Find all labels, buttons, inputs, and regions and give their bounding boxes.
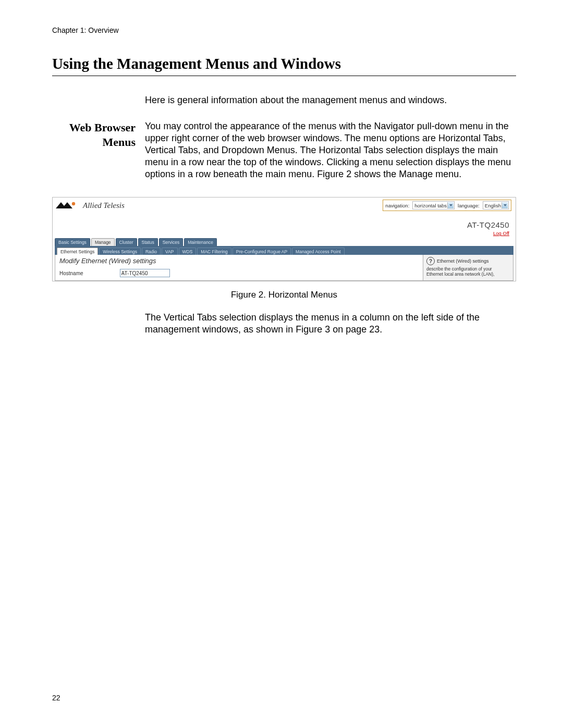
main-tab-services[interactable]: Services	[159, 238, 183, 246]
main-tab-basic-settings[interactable]: Basic Settings	[55, 238, 90, 246]
sub-tab-mac-filtering[interactable]: MAC Filtering	[197, 248, 231, 255]
subheading-line1: Web Browser	[52, 120, 136, 135]
main-tab-cluster[interactable]: Cluster	[116, 238, 137, 246]
body-paragraph-1: You may control the appearance of the me…	[145, 120, 516, 180]
section-title: Using the Management Menus and Windows	[52, 55, 516, 76]
chapter-header: Chapter 1: Overview	[52, 26, 516, 34]
sub-tab-managed-access-point[interactable]: Managed Access Point	[292, 248, 344, 255]
sub-tab-wireless-settings[interactable]: Wireless Settings	[99, 248, 141, 255]
device-model: AT-TQ2450	[53, 213, 516, 230]
sub-tab-vap[interactable]: VAP	[162, 248, 177, 255]
intro-text: Here is general information about the ma…	[145, 95, 516, 106]
main-tab-manage[interactable]: Manage	[91, 238, 115, 246]
page-number: 22	[52, 694, 60, 702]
logo-mark-icon	[56, 201, 78, 209]
logoff-link[interactable]: Log Off	[493, 230, 509, 236]
main-tab-status[interactable]: Status	[138, 238, 158, 246]
svg-point-2	[72, 202, 75, 205]
navigation-select[interactable]: horizontal tabs	[412, 201, 455, 209]
help-icon: ?	[426, 257, 435, 265]
navigation-label: navigation:	[385, 203, 409, 208]
language-select[interactable]: English	[483, 201, 509, 209]
figure-caption: Figure 2. Horizontal Menus	[52, 290, 516, 300]
sub-tab-wds[interactable]: WDS	[179, 248, 197, 255]
main-tab-row: Basic SettingsManageClusterStatusService…	[53, 238, 516, 246]
main-tab-maintenance[interactable]: Maintenance	[184, 238, 217, 246]
hostname-input[interactable]	[120, 269, 170, 277]
sub-tab-pre-configured-rogue-ap[interactable]: Pre-Configured Rogue AP	[232, 248, 291, 255]
sub-tab-radio[interactable]: Radio	[142, 248, 161, 255]
brand-logo: Allied Telesis	[56, 201, 125, 210]
help-panel: ? Ethernet (Wired) settings describe the…	[423, 255, 513, 280]
sub-tab-ethernet-settings[interactable]: Ethernet Settings	[57, 248, 98, 255]
subheading: Web Browser Menus	[52, 120, 145, 186]
subheading-line2: Menus	[52, 135, 136, 150]
brand-name: Allied Telesis	[83, 201, 125, 210]
sub-tab-row: Ethernet SettingsWireless SettingsRadioV…	[57, 248, 513, 255]
help-title: Ethernet (Wired) settings	[437, 258, 489, 264]
figure-2-screenshot: Allied Telesis navigation: horizontal ta…	[52, 197, 516, 281]
panel-title: Modify Ethernet (Wired) settings	[59, 257, 419, 265]
navigator-control-bar: navigation: horizontal tabs language: En…	[383, 200, 511, 211]
help-text: describe the configuration of your Ether…	[426, 266, 510, 277]
body-paragraph-2: The Vertical Tabs selection displays the…	[145, 312, 516, 336]
hostname-label: Hostname	[59, 270, 83, 276]
language-label: language:	[458, 203, 480, 208]
